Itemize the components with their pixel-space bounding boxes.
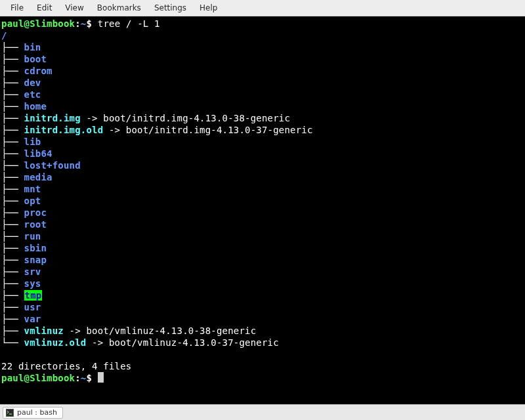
tree-link-initrd.img: initrd.img [24,113,81,123]
tree-branch: ├── [1,326,24,336]
tree-branch: ├── [1,113,24,123]
tree-link-vmlinuz.old: vmlinuz.old [24,337,87,348]
tree-branch: ├── [1,302,24,312]
tree-branch: ├── [1,314,24,324]
tree-dir-lost+found: lost+found [24,160,81,171]
tree-link-target: boot/vmlinuz-4.13.0-37-generic [109,337,279,348]
prompt-host: Slimbook [30,18,75,29]
terminal-window: FileEditViewBookmarksSettingsHelp paul@S… [0,0,525,420]
menu-edit[interactable]: Edit [30,2,58,14]
tree-arrow: -> [103,125,126,135]
prompt-at: @ [24,18,30,29]
tree-arrow: -> [86,337,109,348]
tree-dir-boot: boot [24,54,47,64]
tree-summary: 22 directories, 4 files [1,361,131,371]
prompt-colon: : [75,373,81,383]
tree-arrow: -> [64,326,87,336]
tree-arrow: -> [81,113,104,123]
tree-dir-lib64: lib64 [24,148,52,159]
prompt-colon: : [75,18,81,29]
prompt-user: paul [1,18,24,29]
tree-dir-usr: usr [24,302,41,312]
taskbar: paul : bash [0,404,525,420]
tree-branch: ├── [1,290,24,301]
menu-file[interactable]: File [4,2,30,14]
prompt-dollar: $ [86,373,92,383]
menu-help[interactable]: Help [193,2,224,14]
tree-dir-proc: proc [24,207,47,218]
tree-dir-srv: srv [24,266,41,277]
tree-dir-home: home [24,101,47,112]
tree-branch: ├── [1,54,24,64]
tree-dir-dev: dev [24,77,41,88]
tree-link-target: boot/vmlinuz-4.13.0-38-generic [86,326,256,336]
tree-dir-etc: etc [24,89,41,100]
tree-dir-root: root [24,219,47,230]
tree-branch: ├── [1,243,24,253]
task-button-terminal[interactable]: paul : bash [3,407,63,419]
tree-branch: ├── [1,184,24,194]
tree-branch: ├── [1,77,24,88]
tree-dir-media: media [24,172,52,182]
tree-branch: ├── [1,231,24,242]
menu-view[interactable]: View [58,2,90,14]
tree-dir-lib: lib [24,136,41,147]
prompt-at: @ [24,373,30,383]
tree-branch: ├── [1,266,24,277]
tree-branch: ├── [1,207,24,218]
tree-branch: ├── [1,66,24,76]
tree-branch: ├── [1,172,24,182]
tree-dir-var: var [24,314,41,324]
task-button-label: paul : bash [17,408,57,417]
tree-branch: ├── [1,125,24,135]
tree-dir-snap: snap [24,255,47,265]
prompt-dollar: $ [86,18,92,29]
prompt-host: Slimbook [30,373,75,383]
tree-branch: ├── [1,255,24,265]
tree-branch: ├── [1,89,24,100]
tree-branch: ├── [1,136,24,147]
terminal-icon [6,409,14,417]
tree-dir-bin: bin [24,42,41,52]
tree-branch: ├── [1,101,24,112]
tree-dir-sys: sys [24,278,41,289]
tree-branch: └── [1,337,24,348]
tree-dir-mnt: mnt [24,184,41,194]
tree-branch: ├── [1,278,24,289]
tree-dir-opt: opt [24,196,41,206]
cursor [98,372,104,383]
tree-branch: ├── [1,148,24,159]
tree-branch: ├── [1,42,24,52]
tree-branch: ├── [1,160,24,171]
tree-link-target: boot/initrd.img-4.13.0-38-generic [103,113,290,123]
tree-link-vmlinuz: vmlinuz [24,326,64,336]
tree-root: / [1,30,7,41]
tree-branch: ├── [1,196,24,206]
prompt-user: paul [1,373,24,383]
menu-settings[interactable]: Settings [148,2,193,14]
tree-branch: ├── [1,219,24,230]
svg-rect-0 [7,409,14,416]
terminal-output[interactable]: paul@Slimbook:~$ tree / -L 1 / ├── bin ├… [0,16,525,404]
menu-bookmarks[interactable]: Bookmarks [91,2,148,14]
tree-dir-cdrom: cdrom [24,66,52,76]
tree-link-initrd.img.old: initrd.img.old [24,125,104,135]
command-text: tree / -L 1 [98,18,160,29]
tree-dir-sbin: sbin [24,243,47,253]
tree-dir-tmp: tmp [24,290,43,301]
menubar: FileEditViewBookmarksSettingsHelp [0,0,525,16]
tree-link-target: boot/initrd.img-4.13.0-37-generic [126,125,313,135]
tree-dir-run: run [24,231,41,242]
